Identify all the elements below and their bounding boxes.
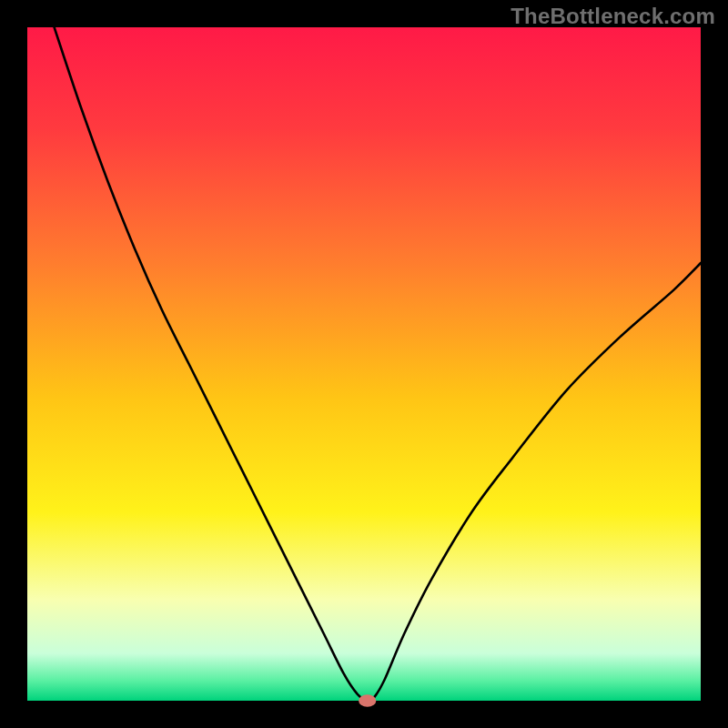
chart-root: TheBottleneck.com bbox=[0, 0, 728, 728]
plot-background bbox=[27, 27, 701, 701]
optimum-marker bbox=[359, 694, 376, 706]
bottleneck-chart bbox=[0, 0, 728, 728]
